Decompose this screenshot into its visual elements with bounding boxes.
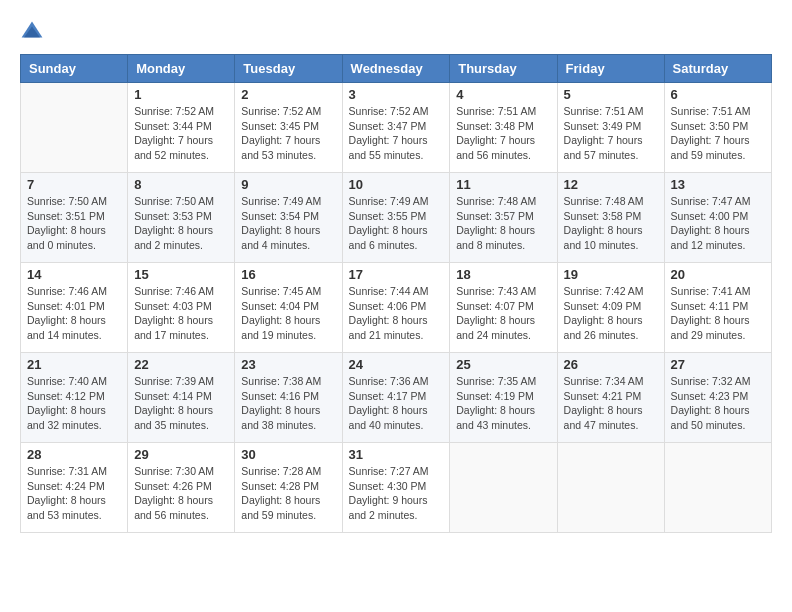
day-info: Sunrise: 7:47 AMSunset: 4:00 PMDaylight:… bbox=[671, 194, 765, 253]
day-info: Sunrise: 7:39 AMSunset: 4:14 PMDaylight:… bbox=[134, 374, 228, 433]
day-number: 21 bbox=[27, 357, 121, 372]
day-number: 7 bbox=[27, 177, 121, 192]
logo-icon bbox=[20, 20, 44, 44]
calendar-cell: 11Sunrise: 7:48 AMSunset: 3:57 PMDayligh… bbox=[450, 173, 557, 263]
day-info: Sunrise: 7:35 AMSunset: 4:19 PMDaylight:… bbox=[456, 374, 550, 433]
calendar-cell: 14Sunrise: 7:46 AMSunset: 4:01 PMDayligh… bbox=[21, 263, 128, 353]
day-info: Sunrise: 7:40 AMSunset: 4:12 PMDaylight:… bbox=[27, 374, 121, 433]
logo bbox=[20, 20, 48, 44]
day-info: Sunrise: 7:43 AMSunset: 4:07 PMDaylight:… bbox=[456, 284, 550, 343]
day-number: 10 bbox=[349, 177, 444, 192]
calendar-week-row: 28Sunrise: 7:31 AMSunset: 4:24 PMDayligh… bbox=[21, 443, 772, 533]
calendar-cell: 23Sunrise: 7:38 AMSunset: 4:16 PMDayligh… bbox=[235, 353, 342, 443]
day-info: Sunrise: 7:36 AMSunset: 4:17 PMDaylight:… bbox=[349, 374, 444, 433]
calendar-cell: 21Sunrise: 7:40 AMSunset: 4:12 PMDayligh… bbox=[21, 353, 128, 443]
calendar-cell: 8Sunrise: 7:50 AMSunset: 3:53 PMDaylight… bbox=[128, 173, 235, 263]
calendar-cell: 17Sunrise: 7:44 AMSunset: 4:06 PMDayligh… bbox=[342, 263, 450, 353]
calendar-week-row: 21Sunrise: 7:40 AMSunset: 4:12 PMDayligh… bbox=[21, 353, 772, 443]
calendar-cell: 31Sunrise: 7:27 AMSunset: 4:30 PMDayligh… bbox=[342, 443, 450, 533]
day-number: 29 bbox=[134, 447, 228, 462]
day-info: Sunrise: 7:51 AMSunset: 3:49 PMDaylight:… bbox=[564, 104, 658, 163]
day-number: 14 bbox=[27, 267, 121, 282]
day-number: 12 bbox=[564, 177, 658, 192]
day-info: Sunrise: 7:27 AMSunset: 4:30 PMDaylight:… bbox=[349, 464, 444, 523]
calendar-cell: 10Sunrise: 7:49 AMSunset: 3:55 PMDayligh… bbox=[342, 173, 450, 263]
day-info: Sunrise: 7:45 AMSunset: 4:04 PMDaylight:… bbox=[241, 284, 335, 343]
day-info: Sunrise: 7:28 AMSunset: 4:28 PMDaylight:… bbox=[241, 464, 335, 523]
day-info: Sunrise: 7:49 AMSunset: 3:54 PMDaylight:… bbox=[241, 194, 335, 253]
day-number: 26 bbox=[564, 357, 658, 372]
calendar-cell: 20Sunrise: 7:41 AMSunset: 4:11 PMDayligh… bbox=[664, 263, 771, 353]
calendar-cell: 6Sunrise: 7:51 AMSunset: 3:50 PMDaylight… bbox=[664, 83, 771, 173]
day-number: 2 bbox=[241, 87, 335, 102]
calendar-cell: 27Sunrise: 7:32 AMSunset: 4:23 PMDayligh… bbox=[664, 353, 771, 443]
header bbox=[20, 20, 772, 44]
day-number: 4 bbox=[456, 87, 550, 102]
calendar-cell: 29Sunrise: 7:30 AMSunset: 4:26 PMDayligh… bbox=[128, 443, 235, 533]
day-info: Sunrise: 7:34 AMSunset: 4:21 PMDaylight:… bbox=[564, 374, 658, 433]
day-info: Sunrise: 7:46 AMSunset: 4:03 PMDaylight:… bbox=[134, 284, 228, 343]
calendar-cell: 7Sunrise: 7:50 AMSunset: 3:51 PMDaylight… bbox=[21, 173, 128, 263]
day-number: 23 bbox=[241, 357, 335, 372]
day-info: Sunrise: 7:52 AMSunset: 3:47 PMDaylight:… bbox=[349, 104, 444, 163]
day-info: Sunrise: 7:38 AMSunset: 4:16 PMDaylight:… bbox=[241, 374, 335, 433]
weekday-header: Wednesday bbox=[342, 55, 450, 83]
day-info: Sunrise: 7:32 AMSunset: 4:23 PMDaylight:… bbox=[671, 374, 765, 433]
day-number: 11 bbox=[456, 177, 550, 192]
day-info: Sunrise: 7:52 AMSunset: 3:45 PMDaylight:… bbox=[241, 104, 335, 163]
weekday-header: Saturday bbox=[664, 55, 771, 83]
day-info: Sunrise: 7:51 AMSunset: 3:48 PMDaylight:… bbox=[456, 104, 550, 163]
day-number: 3 bbox=[349, 87, 444, 102]
weekday-header: Thursday bbox=[450, 55, 557, 83]
weekday-header: Sunday bbox=[21, 55, 128, 83]
calendar-week-row: 14Sunrise: 7:46 AMSunset: 4:01 PMDayligh… bbox=[21, 263, 772, 353]
calendar-cell: 30Sunrise: 7:28 AMSunset: 4:28 PMDayligh… bbox=[235, 443, 342, 533]
calendar-cell: 28Sunrise: 7:31 AMSunset: 4:24 PMDayligh… bbox=[21, 443, 128, 533]
day-info: Sunrise: 7:50 AMSunset: 3:53 PMDaylight:… bbox=[134, 194, 228, 253]
day-info: Sunrise: 7:46 AMSunset: 4:01 PMDaylight:… bbox=[27, 284, 121, 343]
day-number: 15 bbox=[134, 267, 228, 282]
calendar-cell: 16Sunrise: 7:45 AMSunset: 4:04 PMDayligh… bbox=[235, 263, 342, 353]
day-number: 1 bbox=[134, 87, 228, 102]
calendar-cell: 5Sunrise: 7:51 AMSunset: 3:49 PMDaylight… bbox=[557, 83, 664, 173]
calendar-week-row: 7Sunrise: 7:50 AMSunset: 3:51 PMDaylight… bbox=[21, 173, 772, 263]
weekday-header-row: SundayMondayTuesdayWednesdayThursdayFrid… bbox=[21, 55, 772, 83]
day-number: 19 bbox=[564, 267, 658, 282]
day-info: Sunrise: 7:41 AMSunset: 4:11 PMDaylight:… bbox=[671, 284, 765, 343]
calendar-cell bbox=[21, 83, 128, 173]
day-info: Sunrise: 7:49 AMSunset: 3:55 PMDaylight:… bbox=[349, 194, 444, 253]
calendar-cell: 9Sunrise: 7:49 AMSunset: 3:54 PMDaylight… bbox=[235, 173, 342, 263]
calendar-cell: 26Sunrise: 7:34 AMSunset: 4:21 PMDayligh… bbox=[557, 353, 664, 443]
weekday-header: Friday bbox=[557, 55, 664, 83]
calendar-cell: 1Sunrise: 7:52 AMSunset: 3:44 PMDaylight… bbox=[128, 83, 235, 173]
calendar-cell: 22Sunrise: 7:39 AMSunset: 4:14 PMDayligh… bbox=[128, 353, 235, 443]
day-info: Sunrise: 7:52 AMSunset: 3:44 PMDaylight:… bbox=[134, 104, 228, 163]
day-info: Sunrise: 7:42 AMSunset: 4:09 PMDaylight:… bbox=[564, 284, 658, 343]
calendar-cell: 25Sunrise: 7:35 AMSunset: 4:19 PMDayligh… bbox=[450, 353, 557, 443]
day-number: 30 bbox=[241, 447, 335, 462]
calendar-cell bbox=[557, 443, 664, 533]
calendar-cell: 4Sunrise: 7:51 AMSunset: 3:48 PMDaylight… bbox=[450, 83, 557, 173]
day-info: Sunrise: 7:44 AMSunset: 4:06 PMDaylight:… bbox=[349, 284, 444, 343]
calendar-cell: 24Sunrise: 7:36 AMSunset: 4:17 PMDayligh… bbox=[342, 353, 450, 443]
day-number: 28 bbox=[27, 447, 121, 462]
day-number: 27 bbox=[671, 357, 765, 372]
day-number: 13 bbox=[671, 177, 765, 192]
day-number: 5 bbox=[564, 87, 658, 102]
day-number: 6 bbox=[671, 87, 765, 102]
weekday-header: Tuesday bbox=[235, 55, 342, 83]
calendar-cell bbox=[450, 443, 557, 533]
day-number: 18 bbox=[456, 267, 550, 282]
calendar-cell: 15Sunrise: 7:46 AMSunset: 4:03 PMDayligh… bbox=[128, 263, 235, 353]
calendar-cell bbox=[664, 443, 771, 533]
calendar-cell: 3Sunrise: 7:52 AMSunset: 3:47 PMDaylight… bbox=[342, 83, 450, 173]
day-number: 20 bbox=[671, 267, 765, 282]
day-number: 9 bbox=[241, 177, 335, 192]
calendar-body: 1Sunrise: 7:52 AMSunset: 3:44 PMDaylight… bbox=[21, 83, 772, 533]
day-info: Sunrise: 7:30 AMSunset: 4:26 PMDaylight:… bbox=[134, 464, 228, 523]
calendar-cell: 12Sunrise: 7:48 AMSunset: 3:58 PMDayligh… bbox=[557, 173, 664, 263]
day-number: 16 bbox=[241, 267, 335, 282]
day-number: 17 bbox=[349, 267, 444, 282]
calendar: SundayMondayTuesdayWednesdayThursdayFrid… bbox=[20, 54, 772, 533]
calendar-cell: 18Sunrise: 7:43 AMSunset: 4:07 PMDayligh… bbox=[450, 263, 557, 353]
